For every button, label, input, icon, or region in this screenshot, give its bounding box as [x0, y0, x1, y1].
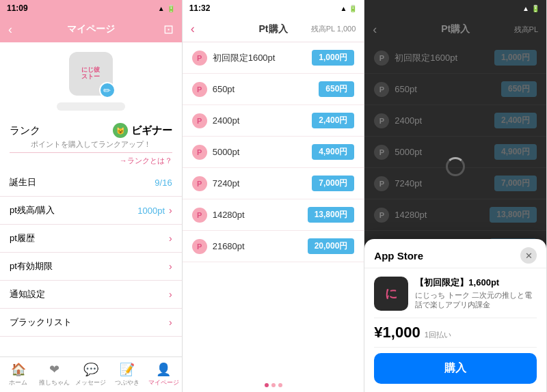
- pt-dark-price-5: 13,800円: [490, 207, 537, 223]
- buy-button[interactable]: 購入: [374, 353, 537, 384]
- status-bar-1: 11:09 ▲ 🔋: [0, 0, 182, 16]
- pt-dark-coin-1: P: [374, 82, 389, 97]
- pt-dark-coin-5: P: [374, 208, 389, 223]
- birthday-value: 9/16: [155, 178, 172, 188]
- rank-row: ランク 😺 ビギナー: [10, 123, 172, 138]
- pt-price-3: 4,900円: [312, 144, 354, 160]
- list-item-pt-expiry[interactable]: pt有効期限 ›: [0, 253, 182, 281]
- tab-message[interactable]: 💬 メッセージ: [72, 357, 109, 392]
- pt-item-left-4: P 7240pt: [192, 176, 240, 191]
- pt-coin-2: P: [192, 113, 207, 128]
- user-icon: 👤: [156, 362, 171, 377]
- rank-icon: 😺: [113, 123, 128, 138]
- pt-history-label: pt履歴: [10, 232, 35, 244]
- close-button[interactable]: ✕: [520, 247, 537, 264]
- dialog-divider: [374, 318, 537, 318]
- tab-tweet[interactable]: 📝 つぶやき: [109, 357, 145, 392]
- status-icons-1: ▲ 🔋: [158, 5, 175, 12]
- pt-item-left-6: P 21680pt: [192, 239, 245, 254]
- time-1: 11:09: [7, 3, 28, 13]
- list-item-blacklist[interactable]: ブラックリスト ›: [0, 309, 182, 337]
- chevron-icon-4: ›: [169, 289, 172, 300]
- tab-mypage[interactable]: 👤 マイページ: [146, 357, 182, 392]
- pt-dark-label-1: 650pt: [395, 84, 417, 94]
- back-icon-3[interactable]: ‹: [373, 23, 377, 37]
- product-icon-label: に: [385, 285, 397, 302]
- heart-icon: ❤: [49, 362, 59, 377]
- pt-item-1[interactable]: P 650pt 650円: [183, 74, 364, 105]
- dialog-title: App Store: [374, 250, 423, 262]
- pt-item-3[interactable]: P 5000pt 4,900円: [183, 137, 364, 168]
- pt-dark-label-5: 14280pt: [395, 210, 427, 220]
- pt-item-dark-2[interactable]: P 2400pt 2,400円: [364, 105, 546, 137]
- pt-dark-coin-4: P: [374, 176, 389, 191]
- birthday-label: 誕生日: [10, 176, 36, 188]
- list-item-pt-balance[interactable]: pt残高/購入 1000pt ›: [0, 197, 182, 225]
- loading-overlay: [446, 157, 465, 176]
- status-icons-3: ▲ 🔋: [522, 5, 539, 12]
- pt-item-5[interactable]: P 14280pt 13,800円: [183, 199, 364, 231]
- list-item-pt-history[interactable]: pt履歴 ›: [0, 225, 182, 253]
- pt-dark-price-2: 2,400円: [494, 113, 537, 128]
- pt-label-3: 5000pt: [213, 147, 240, 157]
- product-icon: に: [374, 277, 408, 311]
- product-info: 【初回限定】1,600pt にじっち トーク 二次元の推しと電話で楽しアプリ内課…: [415, 277, 537, 311]
- back-icon-2[interactable]: ‹: [191, 22, 195, 36]
- pt-price-5: 13,800円: [308, 207, 355, 223]
- chevron-icon-2: ›: [169, 233, 172, 244]
- square-icon[interactable]: ⊡: [163, 22, 174, 37]
- rank-link[interactable]: →ランクとは？: [10, 152, 172, 166]
- pt-coin-6: P: [192, 239, 207, 254]
- pt-dark-left-4: P 7240pt: [374, 176, 422, 191]
- pt-item-dark-0[interactable]: P 初回限定1600pt 1,000円: [364, 42, 546, 74]
- pt-dark-price-1: 650円: [501, 81, 537, 97]
- pt-price-6: 20,000円: [308, 238, 355, 254]
- nav-bar-1: ‹ マイページ ⊡: [0, 16, 182, 42]
- nav-balance-3: 残高PL: [514, 25, 538, 35]
- rank-label: ランク: [10, 124, 40, 137]
- edit-badge[interactable]: ✏: [99, 82, 116, 98]
- battery-icon: 🔋: [167, 5, 175, 12]
- dialog-product: に 【初回限定】1,600pt にじっち トーク 二次元の推しと電話で楽しアプリ…: [374, 277, 537, 311]
- rank-subtitle: ポイントを購入してランクアップ！: [10, 139, 172, 150]
- pt-item-dark-5[interactable]: P 14280pt 13,800円: [364, 199, 546, 231]
- back-icon[interactable]: ‹: [8, 23, 12, 37]
- pt-item-dark-1[interactable]: P 650pt 650円: [364, 74, 546, 105]
- tab-oshi[interactable]: ❤ 推しちゃん: [36, 357, 72, 392]
- nav-bar-2: ‹ Pt購入 残高PL 1,000: [183, 16, 364, 42]
- home-icon: 🏠: [11, 362, 26, 377]
- dialog-divider-2: [374, 347, 537, 348]
- dot-2: [271, 383, 276, 387]
- status-icons-2: ▲ 🔋: [340, 5, 357, 12]
- pt-label-5: 14280pt: [213, 210, 245, 220]
- battery-icon-2: 🔋: [349, 5, 357, 12]
- panel-pt-purchase-dark: ▲ 🔋 ‹ Pt購入 残高PL P 初回限定1600pt 1,000円 P 65…: [364, 0, 547, 392]
- close-icon: ✕: [525, 251, 533, 261]
- pt-label-6: 21680pt: [213, 241, 245, 251]
- tab-home[interactable]: 🏠 ホーム: [0, 357, 36, 392]
- dialog-content: に 【初回限定】1,600pt にじっち トーク 二次元の推しと電話で楽しアプリ…: [364, 268, 546, 392]
- pt-item-6[interactable]: P 21680pt 20,000円: [183, 231, 364, 262]
- wifi-icon-3: ▲: [522, 5, 529, 12]
- page-indicator: [183, 378, 364, 392]
- pt-price-0: 1,000円: [312, 50, 354, 66]
- pt-dark-price-3: 4,900円: [494, 144, 537, 160]
- pt-label-1: 650pt: [213, 84, 235, 94]
- pt-item-2[interactable]: P 2400pt 2,400円: [183, 105, 364, 137]
- pt-item-4[interactable]: P 7240pt 7,000円: [183, 168, 364, 199]
- time-2: 11:32: [189, 3, 211, 13]
- pt-item-0[interactable]: P 初回限定1600pt 1,000円: [183, 42, 364, 74]
- status-bar-2: 11:32 ▲ 🔋: [183, 0, 364, 16]
- pt-balance-value: 1000pt: [137, 206, 165, 216]
- nav-title-2: Pt購入: [259, 23, 288, 36]
- pt-balance-label: pt残高/購入: [10, 204, 55, 216]
- pt-dark-price-4: 7,000円: [494, 176, 537, 191]
- list-item-notifications[interactable]: 通知設定 ›: [0, 281, 182, 309]
- pt-item-left-3: P 5000pt: [192, 145, 240, 160]
- pt-item-left-1: P 650pt: [192, 82, 235, 97]
- tab-oshi-label: 推しちゃん: [39, 378, 70, 387]
- pt-coin-5: P: [192, 208, 207, 223]
- status-bar-3: ▲ 🔋: [364, 0, 546, 16]
- rank-value: 😺 ビギナー: [113, 123, 172, 138]
- product-name: 【初回限定】1,600pt: [415, 277, 537, 289]
